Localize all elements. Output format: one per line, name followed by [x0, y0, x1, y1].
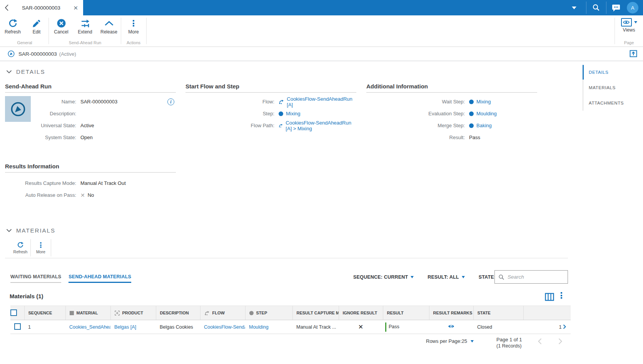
column-header-description[interactable]: DESCRIPTION [156, 306, 200, 320]
search-input[interactable] [508, 274, 561, 280]
tab-send-ahead-materials[interactable]: SEND-AHEAD MATERIALS [68, 274, 131, 283]
chevron-down-icon [6, 70, 12, 73]
ribbon-group-send-ahead-run: Cancel Extend Release Send-Ahead Run [49, 15, 121, 47]
refresh-icon [8, 18, 18, 28]
field-step: Step: Mixing [185, 108, 356, 120]
materials-search [494, 270, 568, 284]
column-header-material[interactable]: MATERIAL [65, 306, 110, 320]
cell-step-link[interactable]: Moulding [249, 324, 269, 330]
field-flow: Flow: CookiesFlow-SendAheadRun [A] [185, 96, 356, 108]
dropdown-caret-icon [471, 340, 474, 342]
more-dots-icon [40, 242, 41, 248]
cell-ignore-result: ✕ [339, 320, 383, 334]
tabs-dropdown-icon[interactable] [572, 7, 576, 9]
entity-header: SAR-000000003 (Active) [0, 47, 643, 61]
column-header-result[interactable]: RESULT [383, 306, 429, 320]
top-bar: SAR-000000003 ✕ A [0, 0, 643, 15]
ribbon-divider [121, 18, 121, 44]
search-icon[interactable] [592, 3, 600, 12]
views-button[interactable]: Views [615, 15, 643, 33]
button-label: Edit [33, 29, 41, 35]
ignore-result-x-icon: ✕ [358, 324, 363, 330]
column-settings-icon[interactable] [545, 293, 554, 302]
more-button[interactable]: More [122, 15, 145, 35]
materials-table: SEQUENCE MATERIAL PRODUCT DESCRIPTION [10, 306, 571, 334]
next-page-icon[interactable] [558, 338, 563, 346]
avatar[interactable]: A [627, 2, 638, 13]
app-window: SAR-000000003 ✕ A Refresh [0, 0, 643, 364]
step-icon [469, 123, 474, 128]
extend-icon [80, 18, 90, 28]
ribbon-toolbar: Refresh Edit General Cancel [0, 15, 643, 47]
sidenav-item-materials[interactable]: MATERIALS [583, 80, 643, 95]
sequence-filter[interactable]: SEQUENCE: CURRENT [353, 274, 414, 280]
flow-path-link[interactable]: CookiesFlow-SendAheadRun [A] > Mixing [286, 120, 356, 131]
tab-waiting-materials[interactable]: WAITING MATERIALS [10, 274, 61, 283]
material-icon [70, 311, 74, 315]
section-title: DETAILS [16, 68, 45, 75]
sidenav-item-details[interactable]: DETAILS [583, 65, 643, 80]
rows-per-page-value: 25 [462, 338, 467, 344]
field-wait-step: Wait Step: Mixing [366, 96, 537, 108]
rows-per-page-control[interactable]: Rows per Page: 25 [426, 338, 474, 344]
table-more-icon[interactable] [561, 292, 562, 299]
sidenav-item-attachments[interactable]: ATTACHMENTS [583, 95, 643, 111]
ribbon-group-label: Actions [122, 40, 145, 45]
merge-step-link[interactable]: Baking [476, 123, 492, 128]
info-icon[interactable]: i [167, 98, 174, 105]
records-text: (1 Records) [496, 343, 522, 349]
extend-button[interactable]: Extend [73, 15, 97, 35]
entity-tab[interactable]: SAR-000000003 ✕ [0, 0, 83, 15]
ribbon-group-actions: More Actions [122, 15, 145, 47]
cell-flow-link[interactable]: CookiesFlow-SendA [204, 324, 245, 330]
details-section-toggle[interactable]: DETAILS [6, 68, 45, 75]
step-icon [279, 111, 283, 116]
tab-close-icon[interactable]: ✕ [73, 5, 78, 11]
cell-state: Closed [473, 320, 523, 334]
send-ahead-run-icon [8, 50, 15, 57]
cell-detail-count[interactable]: 1 [523, 320, 571, 334]
column-header-sequence[interactable]: SEQUENCE [24, 306, 65, 320]
materials-refresh-button[interactable]: Refresh [10, 238, 30, 257]
column-header-step[interactable]: STEP [245, 306, 292, 320]
cell-product-link[interactable]: Belgas [A] [114, 324, 136, 330]
back-button[interactable] [5, 4, 9, 11]
views-dropdown-icon [634, 21, 637, 23]
table-row[interactable]: 1 Cookies_SendAhea Belgas [A] Belgas Coo… [10, 320, 571, 334]
column-header-state[interactable]: STATE [473, 306, 523, 320]
result-filter[interactable]: RESULT: ALL [428, 274, 464, 280]
results-information-group: Results Information Results Capture Mode… [5, 163, 176, 201]
previous-page-icon[interactable] [537, 338, 542, 346]
button-label: Release [100, 29, 117, 35]
evaluation-step-link[interactable]: Moulding [476, 111, 497, 116]
column-header-ignore-result[interactable]: IGNORE RESULT [339, 306, 383, 320]
release-button[interactable]: Release [97, 15, 121, 35]
step-link[interactable]: Mixing [286, 111, 301, 116]
column-header-flow[interactable]: FLOW [200, 306, 245, 320]
popout-icon[interactable] [630, 50, 637, 58]
refresh-button[interactable]: Refresh [1, 15, 25, 35]
cell-material-link[interactable]: Cookies_SendAhea [69, 324, 110, 330]
edit-button[interactable]: Edit [25, 15, 48, 35]
select-all-checkbox[interactable] [10, 309, 17, 316]
cell-sequence: 1 [24, 320, 65, 334]
materials-more-button[interactable]: More [31, 238, 51, 257]
row-checkbox[interactable] [14, 323, 21, 330]
button-label: Cancel [54, 29, 68, 35]
button-label: Refresh [5, 29, 21, 35]
field-evaluation-step: Evaluation Step: Moulding [366, 108, 537, 120]
ribbon-group-label: Page [615, 40, 643, 45]
column-header-result-capture-mode[interactable]: RESULT CAPTURE MODE [292, 306, 339, 320]
wait-step-link[interactable]: Mixing [476, 99, 491, 105]
toolbar-rule [5, 258, 568, 258]
entity-state: (Active) [59, 51, 76, 57]
column-header-result-remarks[interactable]: RESULT REMARKS [429, 306, 473, 320]
chevron-right-icon [563, 324, 566, 329]
materials-section-toggle[interactable]: MATERIALS [6, 227, 55, 234]
view-remarks-eye-icon[interactable] [448, 324, 454, 329]
cancel-button[interactable]: Cancel [49, 15, 73, 35]
pencil-icon [32, 18, 41, 28]
column-header-product[interactable]: PRODUCT [110, 306, 156, 320]
flow-link[interactable]: CookiesFlow-SendAheadRun [A] [287, 96, 356, 108]
messages-icon[interactable] [611, 3, 621, 12]
